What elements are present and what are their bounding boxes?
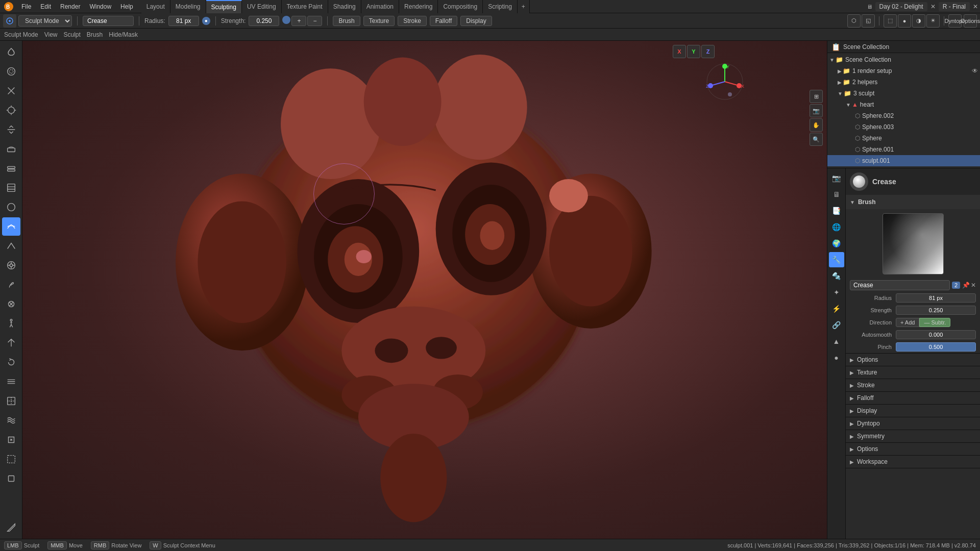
- prop-icon-constraints[interactable]: 🔗: [829, 317, 844, 333]
- camera-btn[interactable]: 📷: [810, 104, 823, 117]
- menu-render[interactable]: Render: [56, 2, 84, 11]
- outliner-sphere[interactable]: ⬡ Sphere: [827, 133, 980, 144]
- perspective-btn[interactable]: ⊞: [810, 90, 823, 103]
- stroke-btn[interactable]: Stroke: [398, 16, 427, 26]
- outliner-render-setup[interactable]: ▶ 📁 1 render setup 👁: [827, 65, 980, 77]
- brush-name-field[interactable]: Crease: [850, 280, 950, 290]
- sub-btn[interactable]: −: [307, 16, 322, 26]
- prop-icon-data[interactable]: ▲: [829, 334, 844, 349]
- tab-modeling[interactable]: Modeling: [170, 0, 206, 13]
- prop-icon-view-layer[interactable]: 📑: [829, 203, 844, 218]
- prop-icon-world[interactable]: 🌍: [829, 236, 844, 251]
- tab-animation[interactable]: Animation: [361, 0, 399, 13]
- tab-scripting[interactable]: Scripting: [483, 0, 518, 13]
- tool-clay-strips[interactable]: [2, 159, 20, 178]
- tool-flatten[interactable]: [2, 120, 20, 139]
- material-btn[interactable]: ◑: [912, 14, 925, 28]
- submenu-brush[interactable]: Brush: [87, 31, 103, 38]
- options-dropdown[interactable]: Options: [964, 14, 977, 28]
- prop-icon-modifier[interactable]: 🔩: [829, 268, 844, 284]
- collapsible-header-display[interactable]: ▶ Display: [846, 405, 980, 417]
- brush-btn[interactable]: Brush: [333, 16, 360, 26]
- radius-field[interactable]: 81 px: [168, 16, 199, 26]
- brush-close-icon[interactable]: ✕: [971, 282, 976, 289]
- tab-rendering[interactable]: Rendering: [399, 0, 438, 13]
- prop-icon-particles[interactable]: ✦: [829, 285, 844, 300]
- tab-texture-paint[interactable]: Texture Paint: [282, 0, 328, 13]
- add-btn[interactable]: +: [291, 16, 306, 26]
- mode-selector[interactable]: Sculpt Mode: [18, 15, 72, 27]
- submenu-sculpt[interactable]: Sculpt: [64, 31, 81, 38]
- direction-add-btn[interactable]: + Add: [896, 318, 919, 327]
- tab-layout[interactable]: Layout: [141, 0, 170, 13]
- texture-btn[interactable]: Texture: [363, 16, 395, 26]
- tool-clay[interactable]: [2, 140, 20, 158]
- tool-boundary[interactable]: [2, 392, 20, 410]
- brush-section-header[interactable]: ▼ Brush: [846, 195, 980, 209]
- brush-pin-icon[interactable]: 📌: [962, 282, 970, 289]
- strength-prop-value[interactable]: 0.250: [896, 306, 976, 315]
- radius-icon[interactable]: ●: [202, 17, 210, 25]
- menu-window[interactable]: Window: [85, 2, 115, 11]
- tool-box-mask[interactable]: [2, 469, 20, 488]
- collapsible-header-texture[interactable]: ▶ Texture: [846, 366, 980, 379]
- axis-x-btn[interactable]: X: [673, 45, 686, 58]
- mode-icon[interactable]: [3, 14, 16, 28]
- wireframe-btn[interactable]: ⬚: [884, 14, 897, 28]
- collapsible-header-options[interactable]: ▶ Options: [846, 354, 980, 366]
- outliner-sphere-001[interactable]: ⬡ Sphere.001: [827, 144, 980, 155]
- prop-icon-render[interactable]: 📷: [829, 170, 844, 186]
- prop-icon-scene[interactable]: 🌐: [829, 219, 844, 235]
- tool-smooth[interactable]: [2, 62, 20, 81]
- submenu-view[interactable]: View: [44, 31, 58, 38]
- tool-crease[interactable]: [2, 217, 20, 236]
- rotation-gizmo[interactable]: X Y Z: [704, 61, 745, 102]
- tool-thumb[interactable]: [2, 295, 20, 313]
- file-name[interactable]: Day 02 - Delight: [875, 2, 927, 11]
- eye-render-setup[interactable]: 👁: [972, 67, 978, 74]
- render-btn[interactable]: ☀: [926, 14, 940, 28]
- tool-pose[interactable]: [2, 314, 20, 333]
- grab-vp-btn[interactable]: ✋: [810, 118, 823, 132]
- tool-annotate[interactable]: [2, 518, 20, 537]
- outliner-sculpt-001[interactable]: ⬡ sculpt.001: [827, 155, 980, 166]
- collapsible-header-falloff[interactable]: ▶ Falloff: [846, 392, 980, 404]
- menu-edit[interactable]: Edit: [36, 2, 55, 11]
- outliner-helpers[interactable]: ▶ 📁 2 helpers: [827, 77, 980, 88]
- tool-rotate[interactable]: [2, 353, 20, 371]
- collapsible-header-dyntopo[interactable]: ▶ Dyntopo: [846, 417, 980, 430]
- brush-preview[interactable]: [883, 213, 944, 274]
- strength-dot[interactable]: [282, 16, 290, 24]
- tool-slide-relax[interactable]: [2, 372, 20, 391]
- tool-inflate[interactable]: [2, 101, 20, 119]
- submenu-hide-mask[interactable]: Hide/Mask: [109, 31, 138, 38]
- dyntopo-dropdown[interactable]: Dyntopo: [948, 14, 962, 28]
- falloff-btn[interactable]: Falloff: [430, 16, 457, 26]
- tool-layer[interactable]: [2, 179, 20, 197]
- tool-draw-sharp[interactable]: [2, 237, 20, 255]
- tool-blob[interactable]: [2, 198, 20, 216]
- pinch-prop-value[interactable]: 0.500: [896, 342, 976, 352]
- outliner-sphere-002[interactable]: ⬡ Sphere.002: [827, 110, 980, 121]
- tab-compositing[interactable]: Compositing: [438, 0, 483, 13]
- collapsible-header-symmetry[interactable]: ▶ Symmetry: [846, 430, 980, 442]
- tab-add[interactable]: +: [518, 0, 530, 13]
- tab-uv-editing[interactable]: UV Editing: [242, 0, 282, 13]
- tool-snake-hook[interactable]: [2, 276, 20, 294]
- submenu-sculpt-mode[interactable]: Sculpt Mode: [4, 31, 38, 38]
- axis-y-btn[interactable]: Y: [687, 45, 700, 58]
- scene-name[interactable]: R - Final: [939, 2, 970, 11]
- collapsible-header-workspace[interactable]: ▶ Workspace: [846, 456, 980, 468]
- overlay-btn[interactable]: ⬡: [847, 14, 861, 28]
- zoom-btn[interactable]: 🔍: [810, 133, 823, 146]
- tool-draw[interactable]: [2, 43, 20, 61]
- autosmooth-prop-value[interactable]: 0.000: [896, 330, 976, 339]
- prop-icon-material[interactable]: ●: [829, 350, 844, 365]
- brush-name-display[interactable]: Crease: [83, 16, 134, 26]
- radius-prop-value[interactable]: 81 px: [896, 293, 976, 303]
- direction-sub-btn[interactable]: — Subtr.: [919, 318, 950, 327]
- prop-icon-output[interactable]: 🖥: [829, 187, 844, 202]
- scene-close[interactable]: ✕: [973, 3, 978, 10]
- solid-btn[interactable]: ●: [898, 14, 911, 28]
- outliner-scene-collection[interactable]: ▼ 📁 Scene Collection: [827, 54, 980, 65]
